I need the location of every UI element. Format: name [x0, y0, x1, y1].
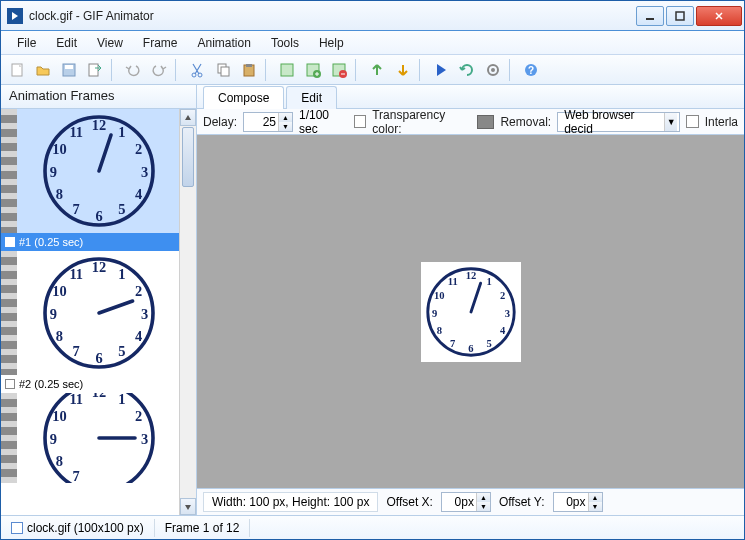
scroll-up-icon[interactable]: [180, 109, 196, 126]
spin-down-icon[interactable]: ▼: [279, 122, 292, 131]
offsetx-label: Offset X:: [386, 495, 432, 509]
svg-marker-63: [185, 505, 191, 510]
toolbar: ?: [1, 55, 744, 85]
svg-text:3: 3: [140, 306, 147, 322]
svg-rect-12: [246, 64, 252, 67]
transparency-label: Transparency color:: [372, 108, 471, 136]
add-frame-icon[interactable]: [275, 58, 299, 82]
save-icon[interactable]: [57, 58, 81, 82]
canvas-area[interactable]: 12 1 2 3 4 5 6 7 8 9 10 11: [197, 135, 744, 489]
svg-text:2: 2: [500, 289, 505, 300]
status-frame: Frame 1 of 12: [155, 519, 251, 537]
svg-text:11: 11: [447, 276, 457, 287]
menu-file[interactable]: File: [7, 33, 46, 53]
svg-text:11: 11: [69, 393, 83, 407]
spin-up-icon[interactable]: ▲: [589, 493, 602, 502]
interlace-checkbox[interactable]: [686, 115, 698, 128]
move-down-icon[interactable]: [391, 58, 415, 82]
delay-input[interactable]: [244, 115, 278, 129]
frame-thumbnail[interactable]: 12 1 2 3 9 10 11 7 8: [17, 393, 180, 483]
scroll-thumb[interactable]: [182, 127, 194, 187]
menubar: File Edit View Frame Animation Tools Hel…: [1, 31, 744, 55]
offsety-spinner[interactable]: ▲▼: [553, 492, 603, 512]
svg-text:3: 3: [140, 431, 147, 447]
offsety-input[interactable]: [554, 495, 588, 509]
close-button[interactable]: [696, 6, 742, 26]
cut-icon[interactable]: [185, 58, 209, 82]
tab-compose[interactable]: Compose: [203, 86, 284, 109]
transparency-color-swatch[interactable]: [477, 115, 494, 129]
removal-label: Removal:: [500, 115, 551, 129]
svg-point-7: [192, 73, 196, 77]
app-icon: [7, 8, 23, 24]
menu-edit[interactable]: Edit: [46, 33, 87, 53]
minimize-button[interactable]: [636, 6, 664, 26]
size-cell: Width: 100 px, Height: 100 px: [203, 492, 378, 512]
svg-line-36: [99, 135, 111, 171]
svg-text:7: 7: [72, 201, 79, 217]
spin-up-icon[interactable]: ▲: [477, 493, 490, 502]
offsetx-spinner[interactable]: ▲▼: [441, 492, 491, 512]
settings-icon[interactable]: [481, 58, 505, 82]
frame-item[interactable]: 12 1 2 3 4 5 6 7 8 9 10 11: [1, 251, 196, 393]
export-icon[interactable]: [83, 58, 107, 82]
chevron-down-icon[interactable]: ▼: [664, 113, 677, 131]
svg-rect-10: [221, 67, 229, 76]
svg-text:1: 1: [118, 393, 125, 407]
menu-frame[interactable]: Frame: [133, 33, 188, 53]
frame-thumbnail[interactable]: 12 1 2 3 4 5 6 7 8 9 10 11: [17, 109, 180, 233]
editor-area: Compose Edit Delay: ▲▼ 1/100 sec Transpa…: [197, 85, 744, 515]
spin-down-icon[interactable]: ▼: [477, 502, 490, 511]
maximize-button[interactable]: [666, 6, 694, 26]
svg-text:12: 12: [91, 117, 105, 133]
help-icon[interactable]: ?: [519, 58, 543, 82]
svg-text:4: 4: [500, 325, 506, 336]
move-up-icon[interactable]: [365, 58, 389, 82]
insert-frame-icon[interactable]: [301, 58, 325, 82]
canvas-image[interactable]: 12 1 2 3 4 5 6 7 8 9 10 11: [421, 262, 521, 362]
svg-text:5: 5: [118, 343, 125, 359]
removal-value: Web browser decid: [564, 108, 660, 136]
frame-item[interactable]: 12 1 2 3 9 10 11 7 8: [1, 393, 196, 483]
svg-text:8: 8: [55, 453, 62, 469]
menu-help[interactable]: Help: [309, 33, 354, 53]
frame-label: #2 (0.25 sec): [1, 375, 196, 393]
scroll-down-icon[interactable]: [180, 498, 196, 515]
menu-animation[interactable]: Animation: [188, 33, 261, 53]
svg-text:6: 6: [468, 343, 473, 354]
delay-spinner[interactable]: ▲▼: [243, 112, 293, 132]
svg-text:2: 2: [134, 283, 141, 299]
new-icon[interactable]: [5, 58, 29, 82]
frame-label-text: #1 (0.25 sec): [19, 236, 83, 248]
svg-text:10: 10: [52, 283, 66, 299]
svg-text:9: 9: [431, 307, 436, 318]
tab-edit[interactable]: Edit: [286, 86, 337, 109]
menu-view[interactable]: View: [87, 33, 133, 53]
loop-icon[interactable]: [455, 58, 479, 82]
menu-tools[interactable]: Tools: [261, 33, 309, 53]
statusbar: clock.gif (100x100 px) Frame 1 of 12: [1, 515, 744, 539]
svg-text:10: 10: [52, 408, 66, 424]
scrollbar[interactable]: [179, 109, 196, 515]
frame-thumbnail[interactable]: 12 1 2 3 4 5 6 7 8 9 10 11: [17, 251, 180, 375]
svg-text:7: 7: [450, 337, 456, 348]
film-edge: [1, 393, 17, 483]
copy-icon[interactable]: [211, 58, 235, 82]
paste-icon[interactable]: [237, 58, 261, 82]
spin-up-icon[interactable]: ▲: [279, 113, 292, 122]
svg-text:6: 6: [95, 208, 102, 224]
transparency-checkbox[interactable]: [354, 115, 366, 128]
status-doc-text: clock.gif (100x100 px): [27, 521, 144, 535]
spin-down-icon[interactable]: ▼: [589, 502, 602, 511]
play-icon[interactable]: [429, 58, 453, 82]
svg-rect-13: [281, 64, 293, 76]
undo-icon[interactable]: [121, 58, 145, 82]
open-icon[interactable]: [31, 58, 55, 82]
delete-frame-icon[interactable]: [327, 58, 351, 82]
offsetx-input[interactable]: [442, 495, 476, 509]
svg-text:12: 12: [91, 393, 105, 400]
canvas-status-bar: Width: 100 px, Height: 100 px Offset X: …: [197, 489, 744, 515]
redo-icon[interactable]: [147, 58, 171, 82]
frame-item[interactable]: 12 1 2 3 4 5 6 7 8 9 10 11: [1, 109, 196, 251]
removal-select[interactable]: Web browser decid▼: [557, 112, 680, 132]
